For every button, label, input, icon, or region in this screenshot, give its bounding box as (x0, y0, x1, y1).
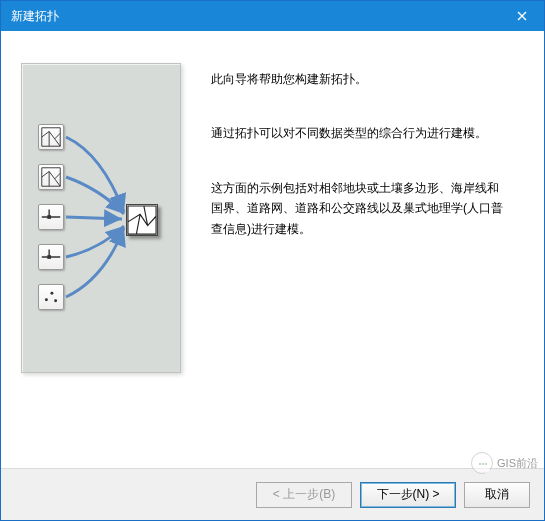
next-button[interactable]: 下一步(N) > (360, 482, 456, 508)
illustration-panel (21, 63, 181, 373)
intro-paragraph-2: 通过拓扑可以对不同数据类型的综合行为进行建模。 (211, 123, 510, 143)
svg-point-3 (50, 292, 53, 295)
button-bar: < 上一步(B) 下一步(N) > 取消 (1, 468, 544, 520)
points-icon (38, 284, 64, 310)
close-icon (517, 11, 527, 21)
svg-point-4 (54, 299, 57, 302)
intro-paragraph-1: 此向导将帮助您构建新拓扑。 (211, 69, 510, 89)
line-node-icon (38, 204, 64, 230)
wizard-window: 新建拓扑 (0, 0, 545, 521)
topology-result-icon (126, 204, 158, 236)
title-bar: 新建拓扑 (1, 1, 544, 31)
polygon-features-icon (38, 124, 64, 150)
cancel-button[interactable]: 取消 (464, 482, 530, 508)
description-column: 此向导将帮助您构建新拓扑。 通过拓扑可以对不同数据类型的综合行为进行建模。 这方… (181, 53, 524, 468)
intro-paragraph-3: 这方面的示例包括对相邻地块或土壤多边形、海岸线和国界、道路网、道路和公交路线以及… (211, 178, 510, 239)
close-button[interactable] (500, 1, 544, 31)
content-area: 此向导将帮助您构建新拓扑。 通过拓扑可以对不同数据类型的综合行为进行建模。 这方… (1, 31, 544, 468)
svg-rect-0 (47, 215, 51, 219)
svg-rect-1 (47, 255, 51, 259)
svg-point-2 (45, 298, 48, 301)
line-node-icon (38, 244, 64, 270)
polygon-features-icon (38, 164, 64, 190)
window-title: 新建拓扑 (11, 8, 59, 25)
back-button: < 上一步(B) (256, 482, 352, 508)
